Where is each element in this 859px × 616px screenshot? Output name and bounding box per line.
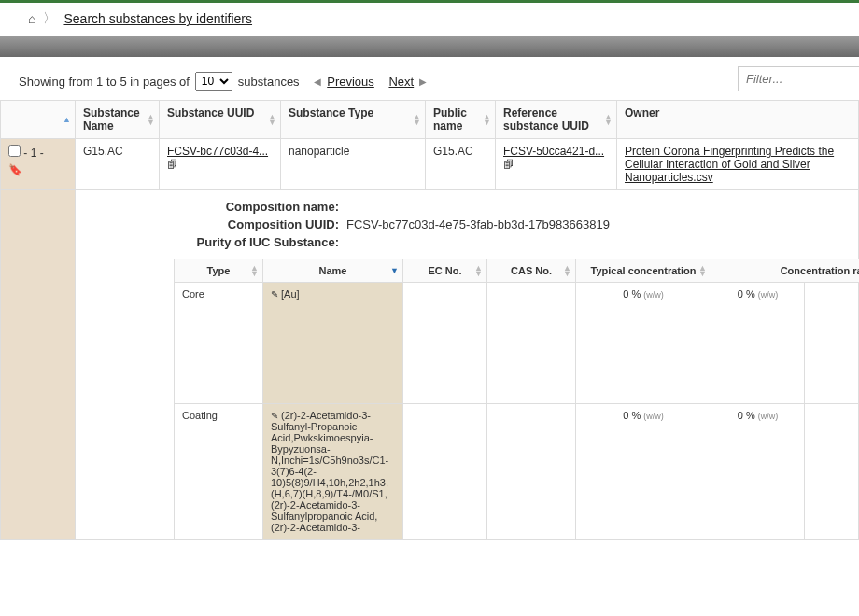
icol-name[interactable]: Name▼ [263,259,403,283]
cell-range-hi: 0 % (w/w) [805,283,860,404]
cell-range-lo: 0 % (w/w) [711,283,805,404]
pager-controls: Showing from 1 to 5 in pages of 10 subst… [0,72,859,100]
next-link[interactable]: Next [388,75,414,89]
cell-type: Coating [175,404,263,539]
cell-range-lo: 0 % (w/w) [711,404,805,539]
col-substance-type[interactable]: Substance Type▲▼ [281,101,426,139]
cell-range-hi: 0 % (w/w) [805,404,860,539]
comp-name-label: Composition name: [76,200,346,214]
icol-ranges[interactable]: Concentration ranges▲▼ [711,259,860,283]
col-public-name[interactable]: Public name▲▼ [426,101,496,139]
row-index: - 1 - [23,147,43,160]
col-checkbox[interactable]: ▲ [1,101,76,139]
icol-typical[interactable]: Typical concentration▲▼ [576,259,711,283]
col-ref-uuid[interactable]: Reference substance UUID▲▼ [496,101,617,139]
prev-icon[interactable]: ◀ [314,77,321,87]
chevron-right-icon: 〉 [43,10,56,27]
cell-typical: 0 % (w/w) [576,283,711,404]
composition-row: Core✎[Au]0 % (w/w)0 % (w/w)0 % (w/w) [175,283,860,404]
icol-cas[interactable]: CAS No.▲▼ [487,259,576,283]
tag-icon[interactable]: 🔖 [8,163,22,176]
cell-cas [487,404,576,539]
comp-uuid-label: Composition UUID: [76,217,346,231]
cell-cas [487,283,576,404]
copy-icon[interactable]: 🗐 [167,159,177,170]
cell-ec [403,404,487,539]
copy-icon[interactable]: 🗐 [503,159,514,170]
comp-uuid-value: FCSV-bc77c03d-4e75-3fab-bb3d-17b98366381… [346,217,610,231]
purity-label: Purity of IUC Substance: [76,235,346,249]
pencil-icon[interactable]: ✎ [271,411,278,421]
next-icon[interactable]: ▶ [419,77,427,87]
composition-table: Type▲▼ Name▼ EC No.▲▼ CAS No.▲▼ Typical … [174,259,859,539]
cell-ref-uuid-link[interactable]: FCSV-50cca421-d... [503,145,604,158]
col-substance-uuid[interactable]: Substance UUID▲▼ [160,101,281,139]
showing-label: Showing from 1 to 5 in pages of [19,75,190,89]
filter-input[interactable] [738,66,859,91]
icol-ec[interactable]: EC No.▲▼ [403,259,487,283]
cell-typical: 0 % (w/w) [576,404,711,539]
cell-substance-uuid-link[interactable]: FCSV-bc77c03d-4... [167,145,268,158]
cell-substance-name: G15.AC [76,139,160,190]
cell-public-name: G15.AC [426,139,496,190]
substances-table: ▲ Substance Name▲▼ Substance UUID▲▼ Subs… [0,100,859,540]
breadcrumb-link[interactable]: Search substances by identifiers [63,11,252,26]
toolbar-gradient [0,36,859,57]
page-size-select[interactable]: 10 [195,72,232,91]
cell-name: ✎[Au] [263,283,403,404]
table-row: - 1 - 🔖 G15.AC FCSV-bc77c03d-4... 🗐 nano… [1,139,859,190]
composition-row: Coating✎(2r)-2-Acetamido-3-Sulfanyl-Prop… [175,404,860,539]
cell-owner-link[interactable]: Protein Corona Fingerprinting Predicts t… [625,145,834,184]
cell-name: ✎(2r)-2-Acetamido-3-Sulfanyl-Propanoic A… [263,404,403,539]
col-owner[interactable]: Owner [617,101,859,139]
substances-label: substances [238,75,300,89]
cell-substance-type: nanoparticle [281,139,426,190]
breadcrumb: ⌂ 〉 Search substances by identifiers [0,3,859,36]
icol-type[interactable]: Type▲▼ [175,259,263,283]
table-row-detail: Composition name: Composition UUID:FCSV-… [1,190,859,540]
cell-ec [403,283,487,404]
home-icon[interactable]: ⌂ [28,11,35,26]
col-substance-name[interactable]: Substance Name▲▼ [76,101,160,139]
row-checkbox[interactable] [8,145,21,157]
cell-type: Core [175,283,263,404]
pencil-icon[interactable]: ✎ [271,289,278,300]
prev-link[interactable]: Previous [327,75,374,89]
